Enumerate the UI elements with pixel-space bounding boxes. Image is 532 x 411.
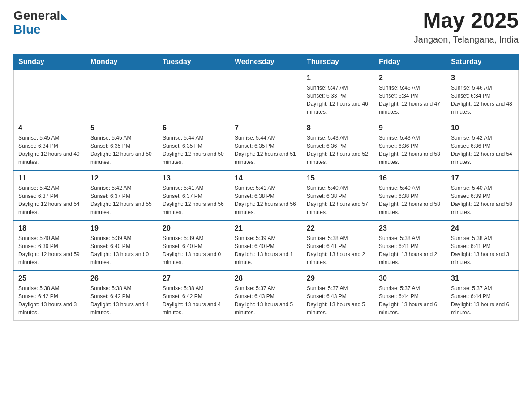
day-info: Sunrise: 5:38 AMSunset: 6:42 PMDaylight:… (163, 284, 225, 317)
day-number: 10 (451, 124, 514, 132)
day-info: Sunrise: 5:40 AMSunset: 6:39 PMDaylight:… (18, 234, 81, 266)
month-year-title: May 2025 (414, 9, 519, 33)
day-info: Sunrise: 5:42 AMSunset: 6:36 PMDaylight:… (451, 134, 514, 166)
calendar-cell: 26Sunrise: 5:38 AMSunset: 6:42 PMDayligh… (86, 270, 158, 321)
day-number: 20 (163, 224, 225, 232)
day-info: Sunrise: 5:37 AMSunset: 6:43 PMDaylight:… (235, 284, 297, 317)
calendar-cell: 29Sunrise: 5:37 AMSunset: 6:43 PMDayligh… (302, 270, 374, 321)
week-row-5: 25Sunrise: 5:38 AMSunset: 6:42 PMDayligh… (14, 270, 519, 321)
day-number: 21 (235, 224, 297, 232)
day-info: Sunrise: 5:46 AMSunset: 6:34 PMDaylight:… (451, 84, 514, 116)
day-info: Sunrise: 5:39 AMSunset: 6:40 PMDaylight:… (163, 234, 225, 266)
day-number: 26 (90, 274, 153, 283)
day-number: 29 (307, 274, 369, 283)
day-number: 8 (307, 124, 369, 132)
calendar-cell: 9Sunrise: 5:43 AMSunset: 6:36 PMDaylight… (374, 120, 446, 170)
day-number: 13 (163, 174, 225, 182)
weekday-header-monday: Monday (86, 54, 158, 70)
weekday-header-sunday: Sunday (14, 54, 86, 70)
calendar-cell: 5Sunrise: 5:45 AMSunset: 6:35 PMDaylight… (86, 120, 158, 170)
day-info: Sunrise: 5:37 AMSunset: 6:44 PMDaylight:… (451, 284, 514, 317)
calendar-cell: 2Sunrise: 5:46 AMSunset: 6:34 PMDaylight… (374, 70, 446, 120)
day-number: 5 (90, 124, 153, 132)
day-number: 17 (451, 174, 514, 182)
day-number: 25 (18, 274, 81, 283)
day-number: 18 (18, 224, 81, 232)
day-number: 2 (379, 74, 442, 82)
logo: General Blue (13, 9, 67, 37)
calendar-cell: 16Sunrise: 5:40 AMSunset: 6:38 PMDayligh… (374, 170, 446, 220)
calendar-cell: 21Sunrise: 5:39 AMSunset: 6:40 PMDayligh… (230, 220, 302, 270)
day-number: 27 (163, 274, 225, 283)
day-info: Sunrise: 5:41 AMSunset: 6:37 PMDaylight:… (163, 184, 225, 216)
location-subtitle: Jangaon, Telangana, India (414, 34, 519, 45)
day-info: Sunrise: 5:38 AMSunset: 6:41 PMDaylight:… (379, 234, 442, 266)
day-number: 3 (451, 74, 514, 82)
calendar-cell: 23Sunrise: 5:38 AMSunset: 6:41 PMDayligh… (374, 220, 446, 270)
calendar-cell: 18Sunrise: 5:40 AMSunset: 6:39 PMDayligh… (14, 220, 86, 270)
day-number: 9 (379, 124, 442, 132)
day-info: Sunrise: 5:44 AMSunset: 6:35 PMDaylight:… (163, 134, 225, 166)
day-number: 30 (379, 274, 442, 283)
calendar-cell: 25Sunrise: 5:38 AMSunset: 6:42 PMDayligh… (14, 270, 86, 321)
day-info: Sunrise: 5:42 AMSunset: 6:37 PMDaylight:… (90, 184, 153, 216)
day-number: 22 (307, 224, 369, 232)
day-number: 7 (235, 124, 297, 132)
calendar-cell: 31Sunrise: 5:37 AMSunset: 6:44 PMDayligh… (446, 270, 519, 321)
day-info: Sunrise: 5:40 AMSunset: 6:38 PMDaylight:… (379, 184, 442, 216)
week-row-4: 18Sunrise: 5:40 AMSunset: 6:39 PMDayligh… (14, 220, 519, 270)
day-number: 28 (235, 274, 297, 283)
calendar-table: SundayMondayTuesdayWednesdayThursdayFrid… (13, 54, 519, 321)
calendar-cell: 13Sunrise: 5:41 AMSunset: 6:37 PMDayligh… (158, 170, 230, 220)
calendar-cell: 4Sunrise: 5:45 AMSunset: 6:34 PMDaylight… (14, 120, 86, 170)
day-number: 4 (18, 124, 81, 132)
day-number: 6 (163, 124, 225, 132)
calendar-cell (14, 70, 86, 120)
calendar-cell (86, 70, 158, 120)
day-number: 15 (307, 174, 369, 182)
calendar-cell: 19Sunrise: 5:39 AMSunset: 6:40 PMDayligh… (86, 220, 158, 270)
calendar-cell: 22Sunrise: 5:38 AMSunset: 6:41 PMDayligh… (302, 220, 374, 270)
day-number: 1 (307, 74, 369, 82)
day-info: Sunrise: 5:45 AMSunset: 6:35 PMDaylight:… (90, 134, 153, 166)
week-row-2: 4Sunrise: 5:45 AMSunset: 6:34 PMDaylight… (14, 120, 519, 170)
day-info: Sunrise: 5:45 AMSunset: 6:34 PMDaylight:… (18, 134, 81, 166)
calendar-cell: 30Sunrise: 5:37 AMSunset: 6:44 PMDayligh… (374, 270, 446, 321)
weekday-header-tuesday: Tuesday (158, 54, 230, 70)
day-info: Sunrise: 5:47 AMSunset: 6:33 PMDaylight:… (307, 84, 369, 116)
day-info: Sunrise: 5:42 AMSunset: 6:37 PMDaylight:… (18, 184, 81, 216)
day-number: 16 (379, 174, 442, 182)
calendar-cell: 15Sunrise: 5:40 AMSunset: 6:38 PMDayligh… (302, 170, 374, 220)
day-number: 11 (18, 174, 81, 182)
calendar-cell: 27Sunrise: 5:38 AMSunset: 6:42 PMDayligh… (158, 270, 230, 321)
day-info: Sunrise: 5:38 AMSunset: 6:42 PMDaylight:… (90, 284, 153, 317)
logo-blue-text: Blue (13, 23, 67, 37)
calendar-cell: 1Sunrise: 5:47 AMSunset: 6:33 PMDaylight… (302, 70, 374, 120)
week-row-1: 1Sunrise: 5:47 AMSunset: 6:33 PMDaylight… (14, 70, 519, 120)
calendar-cell (158, 70, 230, 120)
calendar-cell: 28Sunrise: 5:37 AMSunset: 6:43 PMDayligh… (230, 270, 302, 321)
day-info: Sunrise: 5:38 AMSunset: 6:41 PMDaylight:… (451, 234, 514, 266)
week-row-3: 11Sunrise: 5:42 AMSunset: 6:37 PMDayligh… (14, 170, 519, 220)
day-info: Sunrise: 5:40 AMSunset: 6:38 PMDaylight:… (307, 184, 369, 216)
logo-general-text: General (13, 9, 60, 23)
day-info: Sunrise: 5:38 AMSunset: 6:41 PMDaylight:… (307, 234, 369, 266)
day-info: Sunrise: 5:40 AMSunset: 6:39 PMDaylight:… (451, 184, 514, 216)
calendar-cell: 24Sunrise: 5:38 AMSunset: 6:41 PMDayligh… (446, 220, 519, 270)
day-info: Sunrise: 5:43 AMSunset: 6:36 PMDaylight:… (379, 134, 442, 166)
calendar-cell: 11Sunrise: 5:42 AMSunset: 6:37 PMDayligh… (14, 170, 86, 220)
weekday-header-wednesday: Wednesday (230, 54, 302, 70)
weekday-header-row: SundayMondayTuesdayWednesdayThursdayFrid… (14, 54, 519, 70)
day-number: 31 (451, 274, 514, 283)
day-info: Sunrise: 5:37 AMSunset: 6:44 PMDaylight:… (379, 284, 442, 317)
day-info: Sunrise: 5:43 AMSunset: 6:36 PMDaylight:… (307, 134, 369, 166)
calendar-cell: 17Sunrise: 5:40 AMSunset: 6:39 PMDayligh… (446, 170, 519, 220)
day-number: 24 (451, 224, 514, 232)
day-info: Sunrise: 5:37 AMSunset: 6:43 PMDaylight:… (307, 284, 369, 317)
weekday-header-friday: Friday (374, 54, 446, 70)
day-number: 23 (379, 224, 442, 232)
day-info: Sunrise: 5:39 AMSunset: 6:40 PMDaylight:… (235, 234, 297, 266)
day-info: Sunrise: 5:38 AMSunset: 6:42 PMDaylight:… (18, 284, 81, 317)
title-block: May 2025 Jangaon, Telangana, India (414, 9, 519, 45)
weekday-header-thursday: Thursday (302, 54, 374, 70)
